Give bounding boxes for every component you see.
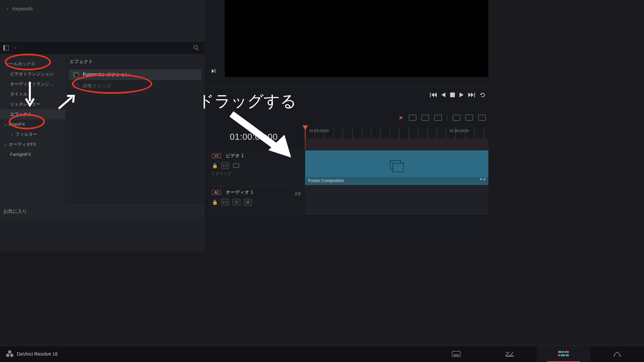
svg-rect-2 <box>450 93 455 97</box>
timeline-ruler[interactable]: 01:00:00:00 01:00:04:00 <box>305 127 488 139</box>
trim-tool-icon[interactable] <box>409 115 416 121</box>
effects-list: エフェクト Fusionコンポジション 調整クリップ <box>65 54 205 205</box>
chevron-down-icon[interactable]: › <box>13 47 18 49</box>
effect-label: Fusionコンポジション <box>83 72 130 78</box>
track-header-v1[interactable]: V1 ビデオ 1 🔒 < > 1 クリップ <box>208 149 305 186</box>
tree-video-transition[interactable]: ビデオトランジション <box>0 69 65 79</box>
auto-select-button[interactable]: < > <box>221 199 229 205</box>
stop-icon[interactable] <box>450 93 455 97</box>
tree-fairlight[interactable]: FairlightFX <box>0 149 65 160</box>
channel-count: 2.0 <box>295 191 301 196</box>
chevron-right-icon: › <box>10 131 14 138</box>
keywords-label[interactable]: Keywords <box>12 6 33 11</box>
ruler-label: 01:00:04:00 <box>449 129 469 133</box>
svg-line-1 <box>197 49 199 50</box>
fx-badge-icon: ✦✦ <box>479 177 486 182</box>
chevron-down-icon: ⌄ <box>3 121 7 128</box>
tree-title[interactable]: タイトル <box>0 89 65 99</box>
track-view-icon[interactable] <box>232 163 240 169</box>
clip-fusion-composition[interactable]: Fusion Composition ✦✦ <box>305 150 488 185</box>
favorites-section[interactable]: お気に入り <box>0 205 205 218</box>
clip-count: 1 クリップ <box>212 171 301 177</box>
effects-header: エフェクト <box>65 54 205 68</box>
auto-select-button[interactable]: < > <box>221 162 229 169</box>
chevron-down-icon: ⌄ <box>3 141 7 148</box>
play-icon[interactable] <box>460 93 464 97</box>
effect-adjustment-clip[interactable]: 調整クリップ <box>69 81 201 92</box>
tree-effects[interactable]: エフェクト <box>0 109 65 119</box>
track-token[interactable]: V1 <box>212 154 221 158</box>
marker-tool-icon[interactable] <box>478 115 486 121</box>
tree-audio-transition[interactable]: オーディオトランジ… <box>0 79 65 89</box>
gap-zone <box>305 139 488 149</box>
clip-label: Fusion Composition <box>306 177 488 184</box>
tree-audiofx[interactable]: ⌄オーディオFX <box>0 139 65 149</box>
lock-icon[interactable]: 🔒 <box>212 199 218 205</box>
track-name: オーディオ 1 <box>226 189 253 195</box>
lock-icon[interactable]: 🔒 <box>212 163 218 168</box>
expand-icon[interactable]: › <box>6 6 9 11</box>
transport-controls <box>430 92 486 98</box>
link-tool-icon[interactable] <box>453 115 460 121</box>
svg-point-0 <box>194 46 197 49</box>
effect-label: 調整クリップ <box>83 83 111 89</box>
tree-generator[interactable]: ジェネレーター <box>0 99 65 109</box>
composition-icon <box>73 83 79 89</box>
video-lane[interactable]: Fusion Composition ✦✦ <box>305 149 488 186</box>
play-reverse-icon[interactable] <box>441 93 445 97</box>
track-token[interactable]: A1 <box>212 190 221 195</box>
timeline-tracks: V1 ビデオ 1 🔒 < > 1 クリップ Fusion Composition <box>208 149 488 215</box>
panel-toolbar: › <box>0 41 205 55</box>
separator <box>447 115 447 121</box>
toolbox-tree: ツールボックス ビデオトランジション オーディオトランジ… タイトル ジェネレー… <box>0 54 65 205</box>
last-frame-icon[interactable] <box>468 93 475 97</box>
track-header-a1[interactable]: A1 オーディオ 1 2.0 🔒 < > S M <box>208 186 305 214</box>
solo-button[interactable]: S <box>232 199 240 205</box>
audio-track-1: A1 オーディオ 1 2.0 🔒 < > S M <box>208 186 488 215</box>
track-name: ビデオ 1 <box>226 153 244 159</box>
ruler-label: 01:00:00:00 <box>309 129 329 133</box>
blade-tool-icon[interactable] <box>422 115 429 121</box>
composition-icon <box>390 160 405 172</box>
timeline-tools: ➤ <box>398 114 486 121</box>
mute-button[interactable]: M <box>244 199 252 205</box>
flag-tool-icon[interactable] <box>466 115 473 121</box>
composition-icon <box>73 72 79 77</box>
skip-end-icon[interactable] <box>211 69 216 73</box>
tree-toolbox[interactable]: ツールボックス <box>0 59 65 69</box>
tree-openfx[interactable]: ⌄OpenFX <box>0 119 65 129</box>
search-icon[interactable] <box>193 45 199 51</box>
audio-lane[interactable] <box>305 186 488 214</box>
effect-fusion-composition[interactable]: Fusionコンポジション <box>69 69 201 80</box>
effects-library-panel: › Keywords › ツールボックス ビデオトランジション オーディオトラン… <box>0 0 205 251</box>
selection-tool-icon[interactable]: ➤ <box>398 114 404 121</box>
first-frame-icon[interactable] <box>430 93 437 97</box>
panel-layout-icon[interactable] <box>3 45 9 51</box>
master-timecode[interactable]: 01:00:00:00 <box>230 132 278 142</box>
video-track-1: V1 ビデオ 1 🔒 < > 1 クリップ Fusion Composition <box>208 149 488 186</box>
timeline-panel: ➤ 01:00:00:00 01:00:00:00 01:00:04:00 V1… <box>205 0 488 251</box>
insert-tool-icon[interactable] <box>434 115 442 121</box>
loop-icon[interactable] <box>480 92 486 98</box>
tree-filter[interactable]: ›フィルター <box>0 129 65 139</box>
viewer[interactable] <box>225 0 488 77</box>
